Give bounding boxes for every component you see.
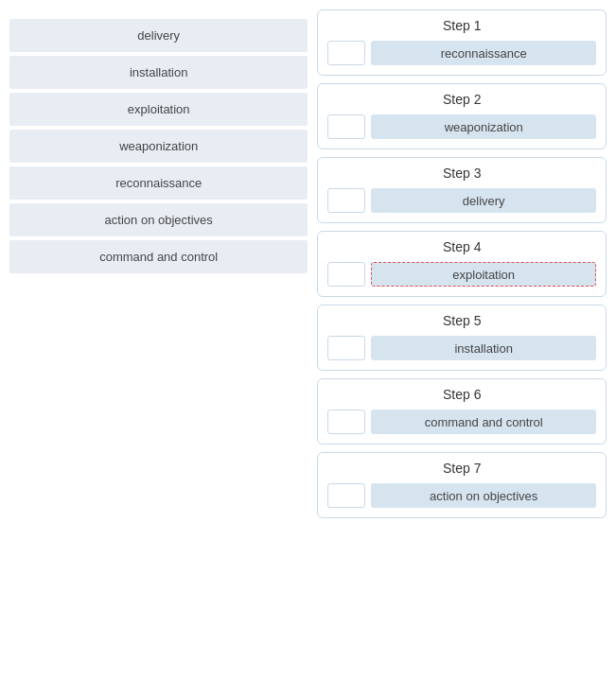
left-item-reconnaissance[interactable]: reconnaissance <box>9 166 308 200</box>
left-item-command-and-control[interactable]: command and control <box>9 240 308 273</box>
left-item-installation[interactable]: installation <box>9 56 308 89</box>
left-item-weaponization[interactable]: weaponization <box>9 130 308 163</box>
left-column: deliveryinstallationexploitationweaponiz… <box>9 9 308 671</box>
answer-filled-4: exploitation <box>371 262 596 287</box>
answer-filled-1: reconnaissance <box>371 41 596 65</box>
answer-blank-5[interactable] <box>327 336 365 360</box>
answer-blank-2[interactable] <box>327 114 365 139</box>
step-box-3: Step 3delivery <box>317 157 607 223</box>
answer-blank-4[interactable] <box>327 262 365 287</box>
answer-filled-7: action on objectives <box>371 483 596 508</box>
step-title-7: Step 7 <box>327 461 596 476</box>
step-box-5: Step 5installation <box>317 305 607 371</box>
right-column: Step 1reconnaissanceStep 2weaponizationS… <box>317 9 607 671</box>
step-box-4: Step 4exploitation <box>317 231 607 297</box>
answer-blank-3[interactable] <box>327 188 365 213</box>
answer-blank-1[interactable] <box>327 41 365 65</box>
answer-filled-2: weaponization <box>371 114 596 139</box>
step-answer-row-6: command and control <box>327 410 596 434</box>
step-title-2: Step 2 <box>327 92 596 107</box>
step-title-4: Step 4 <box>327 239 596 254</box>
left-item-exploitation[interactable]: exploitation <box>9 93 308 126</box>
step-answer-row-5: installation <box>327 336 596 360</box>
step-answer-row-7: action on objectives <box>327 483 596 508</box>
step-box-1: Step 1reconnaissance <box>317 9 607 76</box>
step-box-2: Step 2weaponization <box>317 83 607 149</box>
answer-blank-7[interactable] <box>327 483 365 508</box>
main-container: deliveryinstallationexploitationweaponiz… <box>0 0 616 680</box>
step-box-6: Step 6command and control <box>317 378 607 445</box>
left-item-action-on-objectives[interactable]: action on objectives <box>9 203 308 236</box>
step-title-3: Step 3 <box>327 166 596 181</box>
answer-filled-5: installation <box>371 336 596 360</box>
left-item-delivery[interactable]: delivery <box>9 19 308 52</box>
answer-blank-6[interactable] <box>327 410 365 434</box>
step-title-6: Step 6 <box>327 387 596 402</box>
step-answer-row-1: reconnaissance <box>327 41 596 65</box>
answer-filled-3: delivery <box>371 188 596 213</box>
step-title-5: Step 5 <box>327 313 596 328</box>
step-answer-row-2: weaponization <box>327 114 596 139</box>
step-answer-row-4: exploitation <box>327 262 596 287</box>
step-answer-row-3: delivery <box>327 188 596 213</box>
step-title-1: Step 1 <box>327 18 596 33</box>
step-box-7: Step 7action on objectives <box>317 452 607 518</box>
answer-filled-6: command and control <box>371 410 596 434</box>
